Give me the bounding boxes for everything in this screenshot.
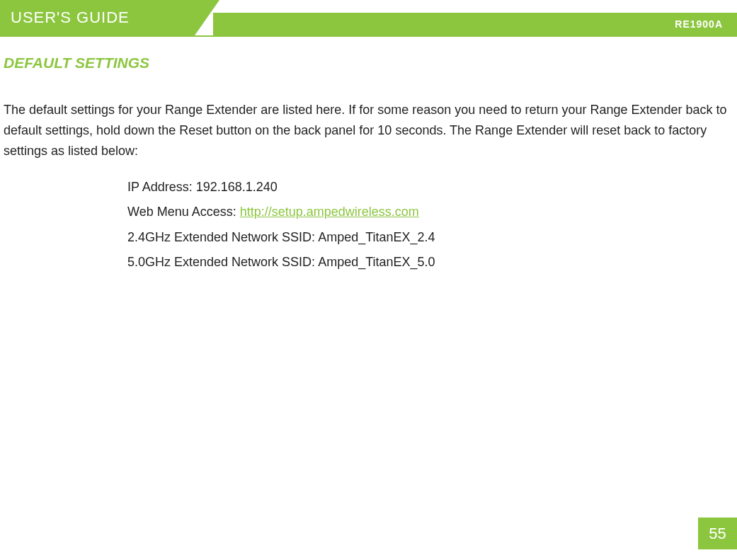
ssid-50ghz-value: Amped_TitanEX_5.0 [318, 255, 435, 269]
header-model-container: RE1900A [213, 13, 737, 35]
ssid-50ghz-row: 5.0GHz Extended Network SSID: Amped_Tita… [127, 250, 733, 275]
ip-address-label: IP Address: [127, 180, 196, 194]
intro-paragraph: The default settings for your Range Exte… [4, 100, 733, 161]
ssid-24ghz-row: 2.4GHz Extended Network SSID: Amped_Tita… [127, 225, 733, 250]
web-menu-row: Web Menu Access: http://setup.ampedwirel… [127, 200, 733, 224]
ip-address-row: IP Address: 192.168.1.240 [127, 175, 733, 200]
web-menu-label: Web Menu Access: [127, 205, 240, 219]
document-header: USER'S GUIDE RE1900A [0, 0, 737, 37]
section-title: DEFAULT SETTINGS [4, 55, 733, 72]
web-menu-link[interactable]: http://setup.ampedwireless.com [240, 205, 419, 219]
model-number: RE1900A [675, 18, 723, 30]
ssid-24ghz-label: 2.4GHz Extended Network SSID: [127, 230, 318, 244]
ssid-50ghz-label: 5.0GHz Extended Network SSID: [127, 255, 318, 269]
page-content: DEFAULT SETTINGS The default settings fo… [0, 37, 737, 275]
ssid-24ghz-value: Amped_TitanEX_2.4 [318, 230, 435, 244]
ip-address-value: 192.168.1.240 [196, 180, 278, 194]
settings-list: IP Address: 192.168.1.240 Web Menu Acces… [4, 175, 733, 274]
guide-title: USER'S GUIDE [11, 8, 130, 27]
header-title-container: USER'S GUIDE [0, 0, 195, 35]
page-number: 55 [709, 525, 726, 543]
page-number-box: 55 [698, 518, 737, 549]
